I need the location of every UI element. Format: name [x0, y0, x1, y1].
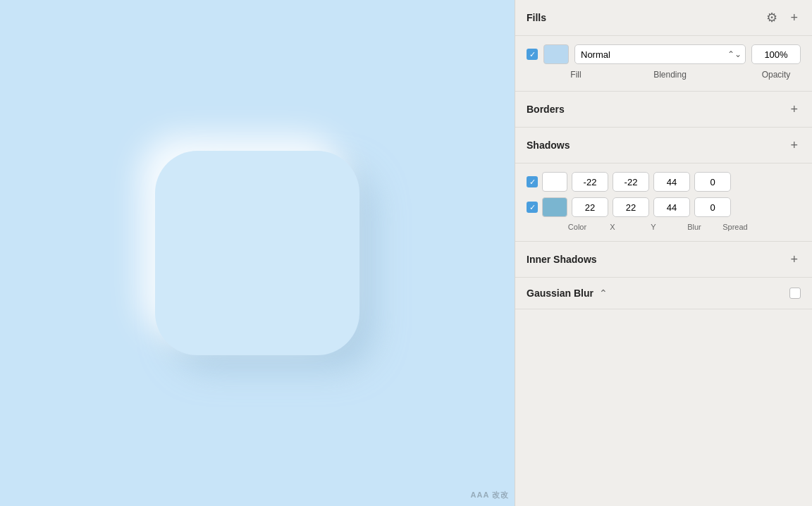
shadow2-enabled-checkbox[interactable]: ✓ — [527, 202, 538, 213]
shadow-spread-label: Spread — [717, 223, 753, 231]
shadow1-enabled-checkbox[interactable]: ✓ — [527, 176, 538, 187]
shadows-body: ✓ ✓ Color X Y Blur Spread — [515, 163, 812, 242]
right-panel: Fills ⚙ + ✓ Normal Multiply Screen Overl… — [515, 0, 812, 506]
canvas: AAA 改改 — [0, 0, 515, 506]
fills-body: ✓ Normal Multiply Screen Overlay ⌃⌄ Fill… — [515, 36, 812, 92]
shadow-x-label: X — [594, 223, 631, 231]
shadow1-spread-input[interactable] — [694, 172, 731, 192]
borders-actions: + — [787, 101, 801, 117]
shadow-y-label: Y — [635, 223, 672, 231]
blending-select[interactable]: Normal Multiply Screen Overlay — [574, 44, 746, 64]
blending-label: Blending — [594, 70, 746, 80]
inner-shadows-actions: + — [787, 252, 801, 267]
fills-title: Fills — [527, 12, 546, 23]
inner-shadows-section-header: Inner Shadows + — [515, 242, 812, 278]
fill-label: Fill — [563, 70, 589, 80]
shadow2-x-input[interactable] — [572, 197, 608, 217]
shadow-row-2: ✓ — [527, 197, 801, 217]
borders-section-header: Borders + — [515, 92, 812, 128]
fill-labels: Fill Blending Opacity — [527, 70, 801, 80]
shadow-color-label: Color — [565, 223, 590, 231]
shadow-row-1: ✓ — [527, 172, 801, 192]
gaussian-blur-left: Gaussian Blur ⌃ — [527, 288, 608, 299]
shadow-blur-label: Blur — [676, 223, 713, 231]
shadows-actions: + — [787, 137, 801, 153]
borders-add-button[interactable]: + — [787, 101, 801, 117]
checkmark-icon: ✓ — [529, 178, 536, 186]
shadow2-color-swatch[interactable] — [542, 197, 567, 217]
gaussian-blur-title: Gaussian Blur — [527, 288, 593, 299]
shadow1-x-input[interactable] — [572, 172, 608, 192]
shadow1-y-input[interactable] — [613, 172, 649, 192]
fills-add-button[interactable]: + — [787, 10, 801, 25]
opacity-label: Opacity — [751, 70, 801, 80]
opacity-input[interactable] — [751, 44, 801, 64]
gaussian-blur-checkbox[interactable] — [789, 288, 801, 299]
shadows-title: Shadows — [527, 140, 570, 151]
shadow2-blur-input[interactable] — [653, 197, 690, 217]
shadow1-color-swatch[interactable] — [542, 172, 567, 192]
fills-actions: ⚙ + — [763, 10, 801, 25]
checkmark-icon: ✓ — [529, 204, 536, 211]
shadow2-spread-input[interactable] — [694, 197, 731, 217]
shadow1-blur-input[interactable] — [653, 172, 690, 192]
shadow-labels: Color X Y Blur Spread — [527, 223, 801, 231]
fill-color-swatch[interactable] — [543, 44, 569, 64]
inner-shadows-add-button[interactable]: + — [787, 252, 801, 267]
fills-section-header: Fills ⚙ + — [515, 0, 812, 36]
shadows-add-button[interactable]: + — [787, 137, 801, 153]
checkmark-icon: ✓ — [529, 51, 536, 58]
gaussian-blur-section: Gaussian Blur ⌃ — [515, 278, 812, 309]
watermark: AAA 改改 — [471, 490, 509, 500]
blending-select-wrapper: Normal Multiply Screen Overlay ⌃⌄ — [574, 44, 746, 64]
borders-title: Borders — [527, 104, 565, 115]
fills-settings-button[interactable]: ⚙ — [763, 10, 780, 25]
fill-row: ✓ Normal Multiply Screen Overlay ⌃⌄ — [527, 44, 801, 64]
shadows-section-header: Shadows + — [515, 128, 812, 163]
gaussian-blur-expand-icon[interactable]: ⌃ — [599, 288, 608, 299]
neumorphic-card[interactable] — [155, 151, 359, 355]
inner-shadows-title: Inner Shadows — [527, 254, 597, 265]
shadow2-y-input[interactable] — [613, 197, 649, 217]
fill-enabled-checkbox[interactable]: ✓ — [527, 49, 538, 60]
